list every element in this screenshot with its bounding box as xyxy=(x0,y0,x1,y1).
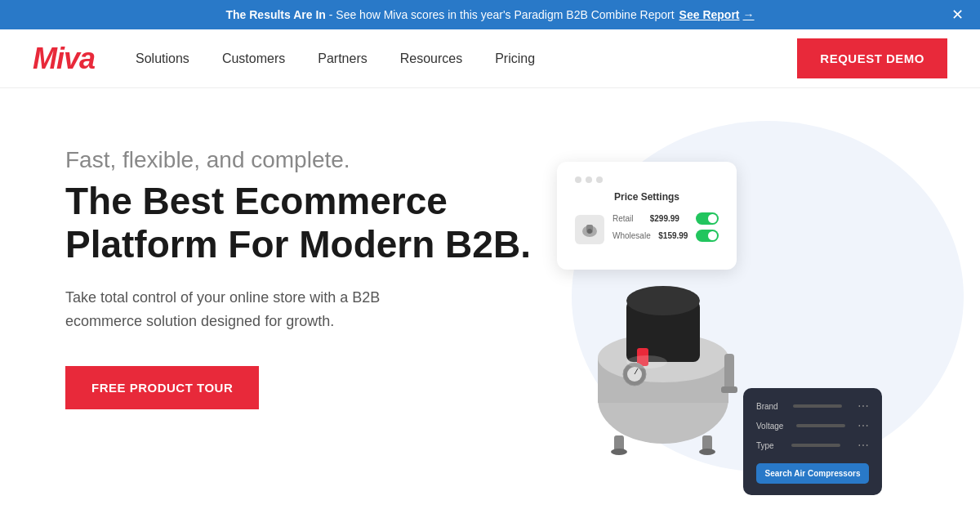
dot-3 xyxy=(596,176,603,183)
brand-filter-row: Brand ⋯ xyxy=(756,400,869,413)
hero-section: Fast, flexible, and complete. The Best E… xyxy=(0,88,980,511)
svg-point-16 xyxy=(611,449,627,455)
svg-point-2 xyxy=(587,229,592,234)
hero-description: Take total control of your online store … xyxy=(65,286,457,333)
voltage-filter-bar xyxy=(796,424,845,427)
see-report-link[interactable]: See Report → xyxy=(679,8,755,21)
nav-resources[interactable]: Resources xyxy=(400,51,462,66)
brand-filter-bar xyxy=(793,404,842,408)
voltage-filter-options[interactable]: ⋯ xyxy=(858,419,869,432)
svg-rect-12 xyxy=(724,354,734,391)
hero-left: Fast, flexible, and complete. The Best E… xyxy=(65,137,532,409)
type-filter-options[interactable]: ⋯ xyxy=(858,439,869,452)
svg-point-7 xyxy=(626,286,700,315)
banner-body: - See how Miva scores in this year's Par… xyxy=(329,8,675,21)
retail-toggle[interactable] xyxy=(696,212,719,225)
dot-1 xyxy=(575,176,581,183)
banner-close-button[interactable]: ✕ xyxy=(951,7,964,22)
nav-pricing[interactable]: Pricing xyxy=(495,51,535,66)
svg-point-17 xyxy=(699,449,715,455)
announcement-banner: The Results Are In - See how Miva scores… xyxy=(0,0,980,29)
svg-point-18 xyxy=(626,355,667,368)
brand-filter-label: Brand xyxy=(756,402,778,411)
price-card-title: Price Settings xyxy=(575,191,719,203)
hero-illustration: Price Settings Retail $299.99 xyxy=(532,137,915,511)
filter-card: Brand ⋯ Voltage ⋯ Type ⋯ Search Air Comp… xyxy=(743,388,882,495)
nav-partners[interactable]: Partners xyxy=(318,51,367,66)
banner-text: The Results Are In - See how Miva scores… xyxy=(225,8,674,21)
type-filter-row: Type ⋯ xyxy=(756,439,869,452)
type-filter-bar xyxy=(791,444,840,447)
type-filter-label: Type xyxy=(756,441,774,450)
request-demo-button[interactable]: REQUEST DEMO xyxy=(797,38,947,78)
voltage-filter-row: Voltage ⋯ xyxy=(756,419,869,432)
retail-label: Retail xyxy=(612,214,634,223)
search-air-compressors-button[interactable]: Search Air Compressors xyxy=(756,463,869,484)
free-product-tour-button[interactable]: FREE PRODUCT TOUR xyxy=(65,366,259,409)
navbar: Miva Solutions Customers Partners Resour… xyxy=(0,29,980,88)
banner-strong: The Results Are In xyxy=(225,8,325,21)
brand-filter-options[interactable]: ⋯ xyxy=(858,400,869,413)
nav-solutions[interactable]: Solutions xyxy=(136,51,189,66)
nav-customers[interactable]: Customers xyxy=(222,51,285,66)
svg-rect-13 xyxy=(721,386,737,393)
dot-2 xyxy=(586,176,592,183)
retail-price: $299.99 xyxy=(650,214,679,223)
hero-subtitle: Fast, flexible, and complete. xyxy=(65,145,532,175)
nav-links: Solutions Customers Partners Resources P… xyxy=(136,51,797,66)
retail-price-row: Retail $299.99 xyxy=(612,212,719,225)
hero-title: The Best Ecommerce Platform For Modern B… xyxy=(65,180,532,266)
voltage-filter-label: Voltage xyxy=(756,422,783,431)
card-dots xyxy=(575,176,719,183)
logo[interactable]: Miva xyxy=(33,42,95,76)
